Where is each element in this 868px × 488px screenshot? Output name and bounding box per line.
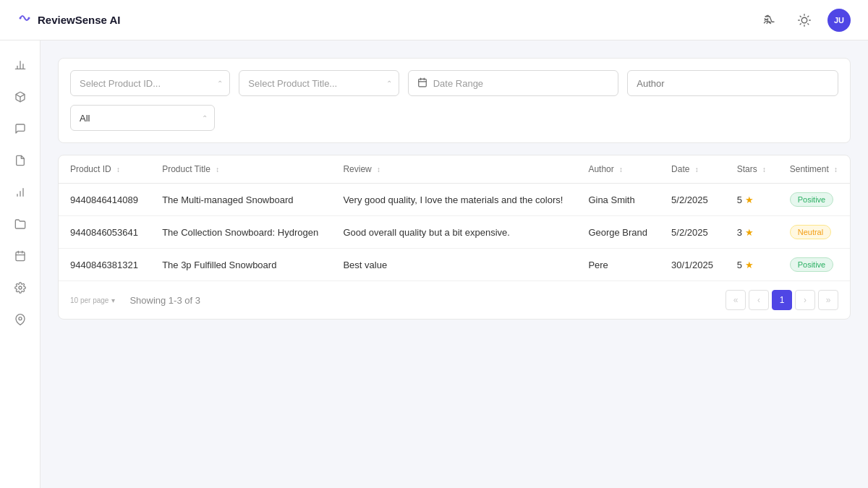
product-id-filter[interactable]: Select Product ID... ⌃ (70, 70, 230, 96)
cell-sentiment: Neutral (778, 216, 850, 249)
table-header: Product ID ↕ Product Title ↕ Review ↕ (59, 155, 850, 184)
sidebar-item-document[interactable] (7, 147, 33, 174)
per-page-selector[interactable]: 10 per page ▾ (70, 296, 115, 304)
prev-page-button[interactable]: ‹ (749, 290, 769, 310)
filter-panel: Select Product ID... ⌃ Select Product Ti… (58, 58, 851, 143)
svg-point-1 (28, 17, 30, 20)
brand: ReviewSense AI (17, 11, 121, 29)
col-date[interactable]: Date ↕ (660, 155, 726, 184)
theme-toggle-button[interactable] (793, 9, 816, 32)
cell-review: Very good quality, I love the materials … (331, 184, 576, 216)
cell-review: Good overall quality but a bit expensive… (331, 216, 576, 249)
per-page-chevron-icon: ▾ (111, 296, 115, 304)
pagination-row: 10 per page ▾ Showing 1-3 of 3 « ‹ 1 › » (59, 281, 850, 319)
cell-sentiment: Positive (778, 249, 850, 281)
showing-text: Showing 1-3 of 3 (129, 295, 200, 306)
sort-review-icon: ↕ (377, 166, 380, 174)
cell-author: George Brand (576, 216, 660, 249)
layout: Select Product ID... ⌃ Select Product Ti… (0, 0, 868, 488)
sort-author-icon: ↕ (619, 166, 623, 174)
svg-point-3 (801, 17, 807, 23)
col-stars[interactable]: Stars ↕ (726, 155, 778, 184)
first-page-button[interactable]: « (726, 290, 746, 310)
filter-row-2: All Positive Neutral Negative ⌃ (70, 105, 838, 131)
date-range-filter[interactable]: Date Range (408, 70, 619, 96)
col-product-id[interactable]: Product ID ↕ (59, 155, 150, 184)
sentiment-select[interactable]: All Positive Neutral Negative (70, 105, 215, 131)
cell-author: Gina Smith (576, 184, 660, 216)
navbar-actions: JU (758, 9, 851, 32)
brand-label: ReviewSense AI (38, 14, 121, 26)
svg-point-25 (19, 317, 22, 320)
cell-product-title: The Collection Snowboard: Hydrogen (150, 216, 331, 249)
table-body: 9440846414089 The Multi-managed Snowboar… (59, 184, 850, 281)
cell-date: 5/2/2025 (660, 184, 726, 216)
navbar: ReviewSense AI JU (0, 0, 868, 40)
cell-product-id: 9440846381321 (59, 249, 150, 281)
sentiment-badge: Positive (790, 257, 834, 272)
table-row: 9440846053641 The Collection Snowboard: … (59, 216, 850, 249)
col-product-title[interactable]: Product Title ↕ (150, 155, 331, 184)
sidebar (0, 40, 41, 488)
calendar-icon (417, 77, 427, 90)
table-row: 9440846414089 The Multi-managed Snowboar… (59, 184, 850, 216)
svg-line-11 (808, 16, 809, 17)
col-author[interactable]: Author ↕ (576, 155, 660, 184)
filter-row-1: Select Product ID... ⌃ Select Product Ti… (70, 70, 838, 96)
sidebar-item-cube[interactable] (7, 84, 33, 110)
user-avatar[interactable]: JU (827, 9, 851, 32)
product-title-filter[interactable]: Select Product Title... ⌃ (239, 70, 399, 96)
pagination-left: 10 per page ▾ Showing 1-3 of 3 (70, 295, 200, 306)
author-filter-input[interactable] (627, 70, 838, 96)
svg-rect-26 (418, 79, 426, 87)
sidebar-item-chat[interactable] (7, 116, 33, 142)
sidebar-item-chart[interactable] (7, 52, 33, 78)
pagination-controls: « ‹ 1 › » (726, 290, 838, 310)
last-page-button[interactable]: » (818, 290, 838, 310)
sidebar-item-pin[interactable] (7, 307, 33, 333)
cell-product-id: 9440846414089 (59, 184, 150, 216)
sort-product-title-icon: ↕ (216, 166, 219, 174)
sidebar-item-file[interactable] (7, 211, 33, 237)
cell-date: 5/2/2025 (660, 216, 726, 249)
svg-point-0 (20, 17, 22, 20)
svg-line-10 (800, 23, 801, 24)
cell-author: Pere (576, 249, 660, 281)
cell-product-title: The 3p Fulfilled Snowboard (150, 249, 331, 281)
sort-stars-icon: ↕ (762, 166, 766, 174)
sentiment-badge: Positive (790, 192, 834, 207)
translate-button[interactable] (758, 9, 781, 32)
next-page-button[interactable]: › (795, 290, 815, 310)
svg-line-6 (800, 16, 801, 17)
product-id-select[interactable]: Select Product ID... (70, 70, 230, 96)
sidebar-item-calendar[interactable] (7, 243, 33, 269)
sidebar-item-settings[interactable] (7, 275, 33, 301)
cell-date: 30/1/2025 (660, 249, 726, 281)
cell-stars: 5 ★ (726, 184, 778, 216)
cell-sentiment: Positive (778, 184, 850, 216)
page-1-button[interactable]: 1 (772, 290, 792, 310)
sort-date-icon: ↕ (695, 166, 699, 174)
sidebar-item-bar[interactable] (7, 179, 33, 205)
reviews-table-wrapper: Product ID ↕ Product Title ↕ Review ↕ (58, 155, 851, 320)
svg-point-24 (19, 286, 22, 289)
cell-stars: 3 ★ (726, 216, 778, 249)
sentiment-badge: Neutral (790, 225, 831, 239)
product-title-select[interactable]: Select Product Title... (239, 70, 399, 96)
cell-review: Best value (331, 249, 576, 281)
cell-product-id: 9440846053641 (59, 216, 150, 249)
sort-sentiment-icon: ↕ (834, 166, 838, 174)
col-review[interactable]: Review ↕ (331, 155, 576, 184)
col-sentiment[interactable]: Sentiment ↕ (778, 155, 850, 184)
cell-product-title: The Multi-managed Snowboard (150, 184, 331, 216)
sentiment-filter[interactable]: All Positive Neutral Negative ⌃ (70, 105, 215, 131)
per-page-label: 10 per page (70, 296, 109, 304)
table-row: 9440846381321 The 3p Fulfilled Snowboard… (59, 249, 850, 281)
svg-line-7 (808, 23, 809, 24)
cell-stars: 5 ★ (726, 249, 778, 281)
date-range-label: Date Range (433, 78, 483, 89)
main-content: Select Product ID... ⌃ Select Product Ti… (41, 40, 868, 488)
sort-product-id-icon: ↕ (116, 166, 120, 174)
brand-icon (17, 11, 32, 29)
svg-rect-20 (16, 252, 25, 261)
